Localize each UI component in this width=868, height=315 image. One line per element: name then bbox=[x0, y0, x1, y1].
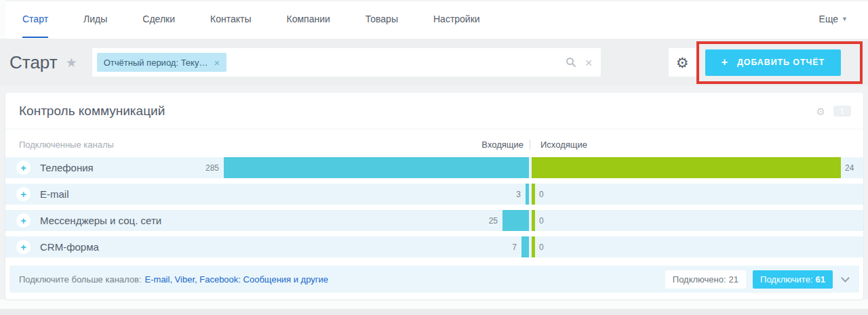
search-icon[interactable] bbox=[566, 57, 576, 68]
add-report-button[interactable]: + ДОБАВИТЬ ОТЧЁТ bbox=[705, 49, 841, 76]
connect-value: 61 bbox=[816, 274, 825, 285]
connect-count-button[interactable]: Подключите: 61 bbox=[753, 270, 833, 289]
outgoing-bar bbox=[532, 157, 841, 178]
incoming-cell: 285 bbox=[224, 157, 529, 178]
connected-count-pill[interactable]: Подключено: 21 bbox=[665, 270, 746, 289]
chip-close-icon[interactable]: × bbox=[214, 58, 220, 68]
incoming-cell: 7 bbox=[224, 236, 529, 257]
nav-tab-contacts[interactable]: Контакты bbox=[210, 1, 251, 38]
channel-row-messengers: + Мессенджеры и соц. сети 25 0 bbox=[5, 210, 863, 231]
channel-cell: + E-mail bbox=[5, 184, 224, 205]
outgoing-cell: 24 bbox=[532, 157, 863, 178]
nav-tab-settings[interactable]: Настройки bbox=[433, 1, 480, 38]
channel-cell: + Мессенджеры и соц. сети bbox=[5, 210, 224, 231]
connect-label: Подключите: bbox=[760, 274, 812, 285]
favorite-star-icon[interactable]: ★ bbox=[66, 55, 77, 70]
page-title: Старт bbox=[9, 52, 58, 73]
expand-channel-button[interactable]: + bbox=[16, 161, 31, 175]
plus-icon: + bbox=[20, 242, 26, 253]
channel-label: Телефония bbox=[40, 162, 94, 173]
filter-chip-report-period[interactable]: Отчётный период: Теку… × bbox=[97, 53, 226, 72]
channel-row-crm-form: + CRM-форма 7 0 bbox=[5, 236, 863, 257]
widget-count-badge[interactable]: 1 bbox=[833, 106, 851, 117]
channel-label: CRM-форма bbox=[40, 241, 99, 253]
outgoing-cell: 0 bbox=[532, 184, 863, 205]
widget-tools: ⚙ 1 bbox=[816, 106, 851, 117]
connect-more-prompt: Подключите больше каналов: bbox=[19, 274, 142, 285]
incoming-cell: 25 bbox=[224, 210, 529, 231]
channels-column-header: Подключенные каналы bbox=[5, 140, 224, 150]
incoming-bar bbox=[521, 236, 529, 257]
outgoing-value: 0 bbox=[539, 243, 544, 252]
nav-tab-companies[interactable]: Компании bbox=[287, 1, 330, 38]
plus-icon: + bbox=[20, 189, 26, 200]
outgoing-bar bbox=[532, 236, 535, 257]
outgoing-column-header: Исходящие bbox=[531, 140, 587, 150]
communications-control-widget: Контроль коммуникаций ⚙ 1 Подключенные к… bbox=[5, 93, 863, 299]
widget-footer: Подключите больше каналов: E-mail, Viber… bbox=[9, 266, 859, 293]
outgoing-value: 24 bbox=[845, 163, 854, 173]
outgoing-cell: 0 bbox=[532, 236, 863, 257]
plus-icon: + bbox=[20, 215, 26, 226]
incoming-column-header: Входящие bbox=[224, 140, 529, 150]
connected-label: Подключено: bbox=[673, 274, 726, 285]
plus-icon: + bbox=[20, 163, 26, 173]
expand-channel-button[interactable]: + bbox=[16, 240, 31, 254]
column-header-row: Подключенные каналы Входящие Исходящие bbox=[5, 129, 863, 157]
filter-search-box[interactable]: Отчётный период: Теку… × × bbox=[92, 48, 601, 77]
outgoing-bar bbox=[532, 210, 535, 231]
outgoing-cell: 0 bbox=[532, 210, 863, 231]
incoming-value: 285 bbox=[205, 163, 219, 173]
incoming-bar bbox=[526, 184, 529, 205]
channel-cell: + Телефония bbox=[5, 157, 224, 178]
chevron-down-icon[interactable] bbox=[841, 274, 850, 282]
toolbar-settings-button[interactable]: ⚙ bbox=[669, 48, 696, 77]
highlight-annotation-box: + ДОБАВИТЬ ОТЧЁТ bbox=[696, 41, 863, 84]
nav-tab-start[interactable]: Старт bbox=[22, 1, 48, 38]
plus-icon: + bbox=[722, 56, 728, 68]
add-report-label: ДОБАВИТЬ ОТЧЁТ bbox=[737, 58, 825, 67]
channel-row-email: + E-mail 3 0 bbox=[5, 184, 863, 205]
connected-value: 21 bbox=[729, 274, 738, 285]
incoming-cell: 3 bbox=[224, 184, 529, 205]
nav-tab-products[interactable]: Товары bbox=[366, 1, 398, 38]
channel-label: Мессенджеры и соц. сети bbox=[40, 215, 161, 226]
toolbar: Старт ★ Отчётный период: Теку… × × ⚙ + Д… bbox=[0, 39, 868, 86]
connect-channels-links[interactable]: E-mail, Viber, Facebook: Сообщения и дру… bbox=[145, 274, 328, 285]
top-navigation: Старт Лиды Сделки Контакты Компании Това… bbox=[5, 0, 868, 39]
expand-channel-button[interactable]: + bbox=[16, 213, 31, 228]
clear-filter-icon[interactable]: × bbox=[585, 56, 593, 69]
footer-actions: Подключено: 21 Подключите: 61 bbox=[665, 270, 851, 289]
dropdown-caret-icon: ▼ bbox=[842, 16, 848, 22]
expand-channel-button[interactable]: + bbox=[16, 187, 31, 201]
nav-tab-deals[interactable]: Сделки bbox=[142, 1, 175, 38]
channel-row-telephony: + Телефония 285 24 bbox=[5, 157, 863, 178]
widget-header: Контроль коммуникаций ⚙ 1 bbox=[5, 93, 863, 129]
incoming-value: 3 bbox=[516, 190, 521, 199]
column-divider bbox=[530, 140, 530, 150]
outgoing-value: 0 bbox=[539, 190, 544, 199]
incoming-bar bbox=[224, 157, 529, 178]
channel-label: E-mail bbox=[40, 188, 69, 200]
nav-tab-leads[interactable]: Лиды bbox=[83, 1, 107, 38]
filter-chip-label: Отчётный период: Теку… bbox=[104, 58, 208, 68]
gear-icon: ⚙ bbox=[676, 56, 689, 70]
incoming-value: 25 bbox=[489, 216, 498, 226]
outgoing-bar bbox=[532, 184, 535, 205]
widget-gear-icon[interactable]: ⚙ bbox=[816, 106, 825, 117]
outgoing-value: 0 bbox=[539, 216, 544, 226]
widget-title: Контроль коммуникаций bbox=[19, 104, 165, 119]
bottom-band bbox=[0, 309, 868, 315]
nav-more-menu[interactable]: Еще ▼ bbox=[819, 1, 848, 38]
main-content: Контроль коммуникаций ⚙ 1 Подключенные к… bbox=[0, 86, 868, 299]
nav-more-label: Еще bbox=[819, 14, 839, 24]
channel-cell: + CRM-форма bbox=[5, 236, 224, 257]
incoming-bar bbox=[502, 210, 529, 231]
incoming-value: 7 bbox=[512, 243, 517, 252]
